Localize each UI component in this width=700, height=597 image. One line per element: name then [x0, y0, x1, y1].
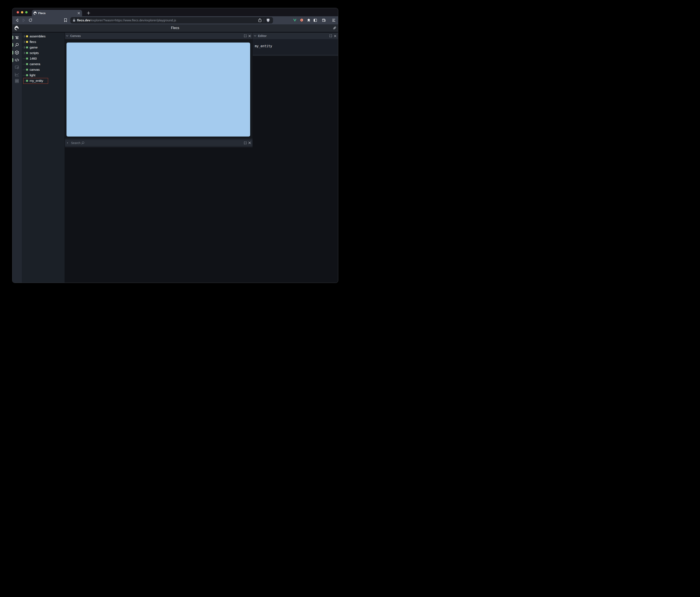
editor-panel-header[interactable]: Editor [253, 33, 338, 39]
fullscreen-icon[interactable] [244, 35, 247, 37]
vue-devtools-icon [293, 19, 297, 22]
editor-content: my_entity [255, 44, 272, 48]
search-panel-header[interactable]: Search [65, 140, 252, 146]
reload-button[interactable] [28, 18, 33, 23]
bookmark-button[interactable] [63, 18, 68, 23]
fullscreen-icon[interactable] [244, 142, 247, 144]
chevron-down-icon[interactable] [254, 35, 256, 37]
tree-item-label: canvas [30, 68, 40, 72]
tree-item-label: flecs [30, 40, 36, 44]
close-icon [78, 12, 80, 14]
lock-icon [73, 19, 75, 22]
permalink-icon[interactable] [333, 26, 336, 30]
active-panel-indicator [12, 51, 13, 55]
expand-chevron-icon[interactable] [24, 35, 25, 37]
back-button[interactable] [15, 18, 20, 23]
tab-strip: Flecs [12, 8, 338, 16]
sidebar-button-commands[interactable] [12, 78, 22, 84]
panel-header-actions [244, 142, 251, 144]
wallet-button[interactable] [321, 18, 326, 23]
collapsed-dot-icon[interactable] [67, 142, 68, 144]
vue-devtools-button[interactable] [292, 18, 297, 23]
entity-kind-icon [26, 74, 28, 76]
active-panel-indicator [12, 43, 13, 47]
chevron-down-icon[interactable] [66, 35, 69, 37]
brave-shield-icon[interactable] [266, 18, 270, 22]
entity-kind-icon [26, 41, 28, 43]
tree-guide-line [23, 81, 26, 81]
forward-button[interactable] [21, 18, 26, 23]
sidebar-toggle-button[interactable] [313, 18, 318, 23]
reload-icon [28, 18, 33, 22]
app-header: Flecs [12, 24, 338, 32]
close-icon[interactable] [248, 35, 251, 37]
tree-icon [15, 36, 19, 39]
search-icon [15, 43, 19, 47]
tree-item-flecs[interactable]: flecs [22, 39, 65, 45]
extensions-button[interactable] [306, 18, 311, 23]
tree-item-1460[interactable]: 1460 [22, 56, 65, 61]
sidebar-button-inspector[interactable] [12, 64, 22, 71]
canvas-panel-header[interactable]: Canvas [65, 33, 252, 39]
tree-item-label: assemblies [30, 34, 46, 38]
tree-item-label: game [30, 46, 38, 49]
canvas-panel-body [65, 39, 252, 139]
sidebar-button-tree[interactable] [12, 34, 22, 41]
sidebar-button-stats[interactable] [12, 71, 22, 78]
panel-header-actions [244, 35, 251, 37]
share-icon[interactable] [258, 18, 262, 22]
tree-guide-line [23, 58, 26, 59]
url-domain: flecs.dev [77, 19, 91, 22]
editor-column: Editor my_entity [253, 33, 338, 283]
minimize-window-button[interactable] [21, 11, 23, 14]
tree-item-scripts[interactable]: scripts [22, 50, 65, 56]
close-icon[interactable] [248, 142, 251, 144]
tree-item-my_entity[interactable]: my_entity [22, 78, 65, 83]
tree-item-canvas[interactable]: canvas [22, 67, 65, 73]
resize-handle[interactable] [253, 55, 338, 56]
fullscreen-icon[interactable] [329, 35, 332, 37]
sidebar-button-entities[interactable] [12, 49, 22, 56]
tree-item-label: scripts [30, 51, 39, 55]
sidebar-button-editor[interactable] [12, 57, 22, 63]
address-bar[interactable]: flecs.dev/explorer/?wasm=https://www.fle… [70, 17, 273, 24]
extension-hexagon-button[interactable] [299, 18, 304, 23]
wallet-icon [322, 19, 326, 22]
main-layout: assembliesflecsgamescripts1460cameracanv… [12, 32, 338, 283]
canvas-surface[interactable] [67, 43, 250, 136]
editor-panel-body[interactable]: my_entity [253, 39, 338, 55]
tree-item-light[interactable]: light [22, 73, 65, 78]
tree-item-label: 1460 [30, 57, 37, 60]
editor-icon [15, 58, 19, 61]
commands-icon [15, 79, 19, 83]
flecs-logo[interactable] [15, 26, 19, 30]
tree-item-assemblies[interactable]: assemblies [22, 33, 65, 39]
entity-kind-icon [26, 35, 28, 37]
back-arrow-icon [15, 18, 19, 22]
resize-handle[interactable] [65, 146, 252, 148]
expand-chevron-icon[interactable] [24, 52, 25, 54]
entity-kind-icon [26, 47, 28, 49]
tree-item-label: camera [30, 62, 41, 66]
zoom-window-button[interactable] [25, 11, 28, 14]
extensions-puzzle-icon [307, 19, 310, 22]
tree-item-camera[interactable]: camera [22, 61, 65, 67]
panel-header-actions [329, 35, 336, 37]
expand-chevron-icon[interactable] [24, 46, 25, 49]
entity-kind-icon [26, 63, 28, 65]
new-tab-button[interactable] [85, 9, 92, 16]
browser-tab[interactable]: Flecs [32, 10, 82, 16]
close-window-button[interactable] [17, 11, 19, 14]
flecs-favicon-icon [33, 11, 37, 15]
sidebar-button-search[interactable] [12, 42, 22, 48]
canvas-panel-title: Canvas [70, 34, 81, 37]
app-title: Flecs [12, 26, 338, 30]
expand-chevron-icon[interactable] [24, 41, 25, 43]
menu-button[interactable] [331, 18, 336, 23]
tab-close-button[interactable] [77, 11, 80, 15]
traffic-lights [17, 11, 28, 14]
forward-arrow-icon [22, 18, 26, 22]
tree-item-game[interactable]: game [22, 45, 65, 50]
close-icon[interactable] [334, 35, 336, 37]
center-column: Canvas Search [65, 33, 252, 283]
